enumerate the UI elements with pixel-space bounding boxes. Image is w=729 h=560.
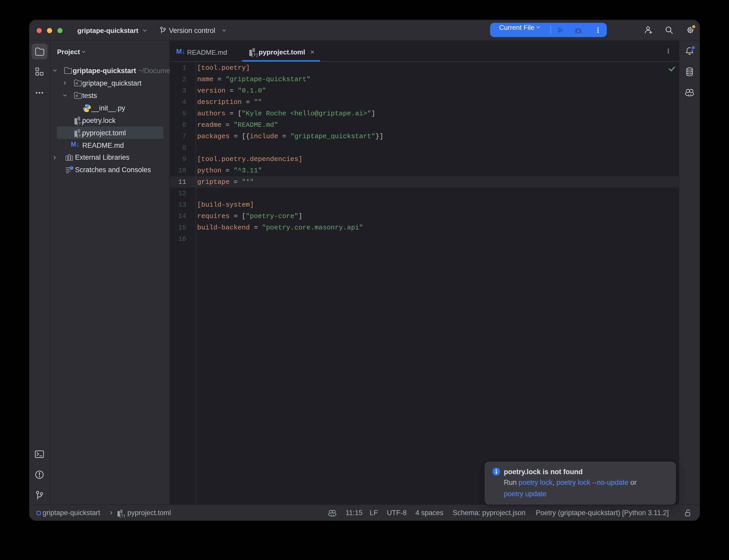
svg-text:[T]: [T] [251,53,258,57]
svg-text:[T]: [T] [119,514,125,518]
